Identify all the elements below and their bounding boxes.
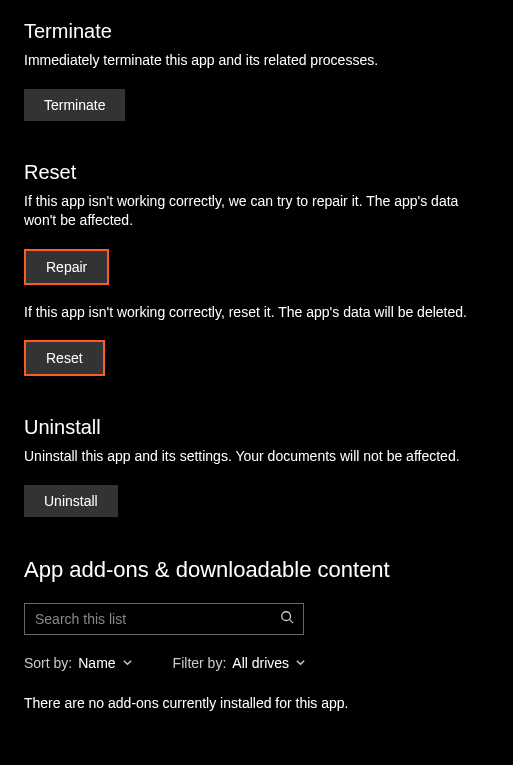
filter-by-dropdown[interactable]: Filter by: All drives: [173, 655, 306, 671]
addons-section: App add-ons & downloadable content Sort …: [24, 557, 489, 711]
search-button[interactable]: [271, 604, 303, 634]
filter-label: Filter by:: [173, 655, 227, 671]
addons-empty-message: There are no add-ons currently installed…: [24, 695, 489, 711]
search-input[interactable]: [25, 605, 271, 633]
addons-title: App add-ons & downloadable content: [24, 557, 489, 583]
reset-description: If this app isn't working correctly, res…: [24, 303, 489, 323]
uninstall-section: Uninstall Uninstall this app and its set…: [24, 416, 489, 517]
filter-row: Sort by: Name Filter by: All drives: [24, 655, 489, 671]
filter-value: All drives: [232, 655, 289, 671]
sort-by-dropdown[interactable]: Sort by: Name: [24, 655, 133, 671]
chevron-down-icon: [295, 655, 306, 671]
terminate-button[interactable]: Terminate: [24, 89, 125, 121]
search-box: [24, 603, 304, 635]
repair-button[interactable]: Repair: [24, 249, 109, 285]
terminate-description: Immediately terminate this app and its r…: [24, 51, 489, 71]
terminate-section: Terminate Immediately terminate this app…: [24, 20, 489, 121]
svg-point-0: [282, 612, 291, 621]
chevron-down-icon: [122, 655, 133, 671]
reset-button[interactable]: Reset: [24, 340, 105, 376]
sort-label: Sort by:: [24, 655, 72, 671]
repair-description: If this app isn't working correctly, we …: [24, 192, 489, 231]
search-icon: [280, 610, 294, 628]
uninstall-title: Uninstall: [24, 416, 489, 439]
uninstall-description: Uninstall this app and its settings. You…: [24, 447, 489, 467]
svg-line-1: [290, 620, 294, 624]
terminate-title: Terminate: [24, 20, 489, 43]
uninstall-button[interactable]: Uninstall: [24, 485, 118, 517]
sort-value: Name: [78, 655, 115, 671]
reset-section: Reset If this app isn't working correctl…: [24, 161, 489, 377]
reset-title: Reset: [24, 161, 489, 184]
